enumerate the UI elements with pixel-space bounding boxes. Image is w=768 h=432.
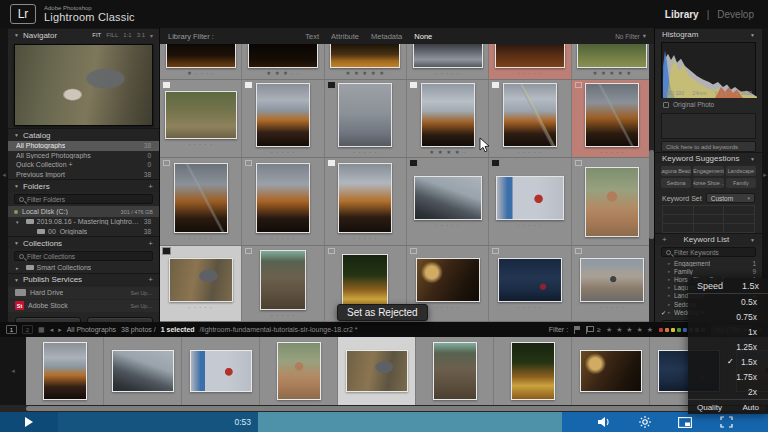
collection-item[interactable]: ▸Smart Collections (8, 263, 159, 273)
grid-photo-cell[interactable]: · · · · · (407, 158, 489, 245)
photo-thumbnail[interactable] (421, 83, 475, 147)
grid-photo-cell[interactable]: · · · · · (160, 80, 242, 157)
speed-option[interactable]: 1.75x (688, 369, 768, 384)
star-rating[interactable]: · · · · · (600, 304, 624, 310)
grid-photo-cell[interactable]: · · · · · (489, 246, 571, 321)
photo-thumbnail[interactable] (413, 44, 483, 68)
photo-thumbnail[interactable] (433, 342, 477, 400)
flag-icon[interactable] (245, 160, 252, 166)
filmstrip-cell[interactable] (572, 337, 650, 405)
star-rating[interactable]: · · · · · (518, 304, 542, 310)
forward-arrow-icon[interactable]: ▸ (58, 326, 62, 334)
photo-thumbnail[interactable] (495, 44, 565, 68)
catalog-item[interactable]: All Photographs38 (8, 141, 159, 151)
speed-option[interactable]: ✓1.5x (688, 354, 768, 369)
grid-photo-cell[interactable] (572, 158, 654, 245)
grid-photo-cell[interactable]: ★ ★ ★ ★ · (407, 80, 489, 157)
photo-thumbnail[interactable] (585, 83, 639, 147)
filmstrip-cell[interactable] (416, 337, 494, 405)
folders-header[interactable]: ▼ Folders + (8, 179, 159, 192)
photo-thumbnail[interactable] (496, 176, 564, 220)
grid-photo-cell[interactable]: · · · · · (325, 158, 407, 245)
grid-photo-cell[interactable]: · · · · · (489, 158, 571, 245)
star-rating[interactable]: ★ · · · · (187, 70, 214, 76)
filter-collections-input[interactable]: Filter Collections (14, 251, 153, 261)
grid-photo-cell[interactable]: · · · · · (160, 158, 242, 245)
star-filter-icons[interactable]: ★ ★ ★ ★ ★ (606, 326, 654, 334)
filter-option[interactable]: Text (305, 32, 319, 41)
flag-icon[interactable] (492, 160, 499, 166)
reject-flag-icon[interactable] (585, 326, 592, 334)
back-arrow-icon[interactable]: ◂ (50, 326, 54, 334)
flag-icon[interactable] (163, 248, 170, 254)
flag-icon[interactable] (575, 248, 582, 254)
photo-thumbnail[interactable] (338, 163, 392, 233)
module-develop[interactable]: Develop (717, 9, 754, 20)
flag-icon[interactable] (492, 82, 499, 88)
grid-view-icon[interactable]: ▦ (38, 326, 45, 334)
keyword-set-cell[interactable] (724, 224, 755, 233)
zoom-fit[interactable]: FIT (92, 32, 101, 38)
keyword-suggestion[interactable]: Laguna Beach (661, 166, 691, 176)
keyword-suggestion[interactable]: Sedona (661, 178, 691, 188)
filmstrip-cell[interactable] (104, 337, 182, 405)
photo-thumbnail[interactable] (416, 258, 480, 302)
photo-thumbnail[interactable] (338, 83, 392, 147)
star-rating[interactable]: ★ ★ ★ · · (266, 70, 300, 76)
keyword-item[interactable]: ▸Family9 (655, 267, 762, 275)
star-rating[interactable]: · · · · · (271, 235, 295, 241)
quality-row[interactable]: Quality Auto (688, 399, 768, 414)
star-rating[interactable]: · · · · · (271, 149, 295, 155)
volume-icon[interactable] (597, 416, 611, 428)
filmstrip-cell[interactable] (494, 337, 572, 405)
keyword-suggestions-header[interactable]: Keyword Suggestions ▼ (655, 152, 762, 164)
settings-gear-icon[interactable] (639, 416, 651, 428)
photo-thumbnail[interactable] (498, 258, 562, 302)
folder-volume[interactable]: Local Disk (C:)301 / 476 GB (8, 206, 159, 217)
flag-icon[interactable] (575, 82, 582, 88)
grid-photo-cell[interactable]: ★ ★ ★ ★ ★ (572, 44, 654, 79)
navigator-header[interactable]: ▼ Navigator FIT FILL 1:1 3:1 ▾ (8, 28, 159, 41)
star-rating[interactable]: · · · · · (436, 222, 460, 228)
publish-services-header[interactable]: ▼ Publish Services + (8, 273, 159, 286)
keyword-set-cell[interactable] (724, 206, 755, 215)
photo-thumbnail[interactable] (165, 91, 237, 139)
add-keyword-button[interactable]: + (662, 235, 667, 244)
catalog-item[interactable]: Previous Import38 (8, 170, 159, 180)
grid-photo-cell[interactable]: · · · · · (489, 80, 571, 157)
grid-photo-cell[interactable]: ★ ★ ★ ★ ★ (325, 44, 407, 79)
flag-icon[interactable] (328, 248, 335, 254)
speed-option[interactable]: 0.5x (688, 294, 768, 309)
publish-service[interactable]: Hard DriveSet Up... (8, 287, 159, 299)
flag-icon[interactable] (328, 160, 335, 166)
filmstrip-cell[interactable] (260, 337, 338, 405)
add-publish-service-button[interactable]: + (148, 275, 153, 284)
star-rating[interactable]: ★ ★ ★ ★ · (429, 149, 466, 155)
keyword-item[interactable]: ▸Engagement1 (655, 259, 762, 267)
keyword-list-header[interactable]: + Keyword List ▼ (655, 233, 762, 245)
original-photo-checkbox[interactable] (663, 102, 669, 108)
speed-option[interactable]: 1.25x (688, 339, 768, 354)
photo-thumbnail[interactable] (277, 342, 321, 400)
keyword-suggestion[interactable]: Family (726, 178, 756, 188)
grid-photo-cell[interactable]: · · · · · (572, 246, 654, 321)
collapse-triangle-icon[interactable]: ▼ (14, 277, 19, 283)
filmstrip-cell[interactable] (338, 337, 416, 405)
filmstrip-scroll-left-arrow[interactable]: ◂ (0, 337, 26, 405)
add-folder-button[interactable]: + (148, 182, 153, 191)
star-rating[interactable]: · · · · · (353, 235, 377, 241)
photo-thumbnail[interactable] (346, 350, 408, 392)
folder-item[interactable]: ▾2019.08.16 - Mastering Lightroom Fundam… (8, 217, 159, 227)
filter-folders-input[interactable]: Filter Folders (14, 194, 153, 204)
star-rating[interactable]: · · · · · (189, 304, 213, 310)
star-rating[interactable]: · · · · · (436, 70, 460, 76)
grid-photo-cell[interactable]: · · · · · (407, 44, 489, 79)
keyword-set-cell[interactable] (663, 224, 694, 233)
filmstrip-cell[interactable] (182, 337, 260, 405)
collapse-triangle-icon[interactable]: ▼ (750, 156, 755, 162)
keyword-set-cell[interactable] (694, 224, 725, 233)
star-rating[interactable]: · · · · · (518, 149, 542, 155)
flag-icon[interactable] (575, 160, 582, 166)
grid-photo-cell[interactable]: · · · · · (325, 80, 407, 157)
picture-in-picture-icon[interactable] (678, 417, 692, 428)
